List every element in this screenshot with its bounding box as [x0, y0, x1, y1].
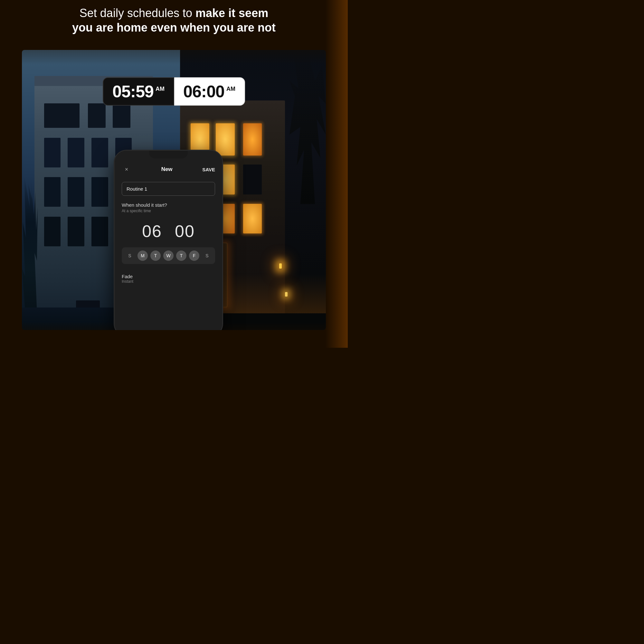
fade-row[interactable]: Fade Instant: [122, 270, 215, 287]
headline-bold2: you are home: [72, 21, 147, 34]
win-r-r2c3-dark: [243, 165, 262, 194]
time-box-current: 06:00 AM: [174, 77, 245, 106]
time-current-value: 06:00: [183, 83, 224, 100]
time-display-widget: 05:59 AM 06:00 AM: [103, 77, 245, 106]
phone-header: × New SAVE: [122, 162, 215, 179]
left-gradient-overlay: [0, 0, 23, 348]
win-l-r3c1: [44, 177, 61, 207]
day-selector: S M T W T F S: [122, 247, 215, 264]
headline-line2: you are home even when you are not: [29, 20, 319, 35]
day-monday[interactable]: M: [137, 251, 148, 261]
day-friday[interactable]: F: [189, 251, 199, 261]
schedule-sublabel: At a specific time: [122, 209, 215, 213]
time-box-previous: 05:59 AM: [103, 77, 174, 106]
win-l-r2c2: [68, 138, 84, 167]
win-l-r3c3: [91, 177, 108, 207]
schedule-label: When should it start?: [122, 202, 215, 208]
phone-screen: × New SAVE When should it start? At a sp…: [115, 151, 222, 330]
win-l-r1c1: [44, 103, 80, 128]
day-wednesday[interactable]: W: [163, 251, 174, 261]
headline-line1: Set daily schedules to make it seem: [29, 6, 319, 20]
phone-title: New: [161, 166, 173, 173]
win-l-r1c3: [113, 103, 130, 128]
win-l-r4c1: [44, 217, 61, 246]
time-current-ampm: AM: [226, 86, 235, 92]
win-l-r2c1: [44, 138, 61, 167]
win-l-r4c2: [68, 217, 84, 246]
day-tuesday[interactable]: T: [150, 251, 161, 261]
time-picker-minute[interactable]: 00: [175, 222, 195, 241]
time-picker-hour[interactable]: 06: [142, 222, 162, 241]
win-l-r2c3: [91, 138, 108, 167]
time-picker: 06 00: [122, 218, 215, 247]
day-sunday[interactable]: S: [125, 251, 135, 261]
headline: Set daily schedules to make it seem you …: [29, 6, 319, 35]
win-r-r3c3: [243, 204, 262, 234]
phone-mockup: × New SAVE When should it start? At a sp…: [114, 150, 223, 330]
win-l-r4c3: [91, 217, 108, 246]
win-l-r3c2: [68, 177, 84, 207]
day-saturday[interactable]: S: [202, 251, 212, 261]
time-previous-value: 05:59: [112, 83, 154, 100]
day-thursday[interactable]: T: [176, 251, 186, 261]
main-image-area: 05:59 AM 06:00 AM × New SAVE When should…: [22, 50, 326, 330]
close-button[interactable]: ×: [122, 165, 131, 174]
fade-label: Fade: [122, 274, 215, 279]
win-r-r1c3: [243, 123, 262, 156]
win-l-r1c2: [88, 103, 106, 128]
fade-sublabel: Instant: [122, 279, 215, 284]
phone-notch: [149, 151, 188, 158]
wall-light-1: [279, 263, 282, 269]
routine-name-input[interactable]: [122, 182, 215, 196]
headline-bold1: make it seem: [195, 6, 268, 20]
save-button[interactable]: SAVE: [202, 167, 215, 172]
right-gradient-overlay: [325, 0, 348, 348]
win-r-r1c2: [216, 123, 235, 156]
time-previous-ampm: AM: [156, 86, 165, 92]
